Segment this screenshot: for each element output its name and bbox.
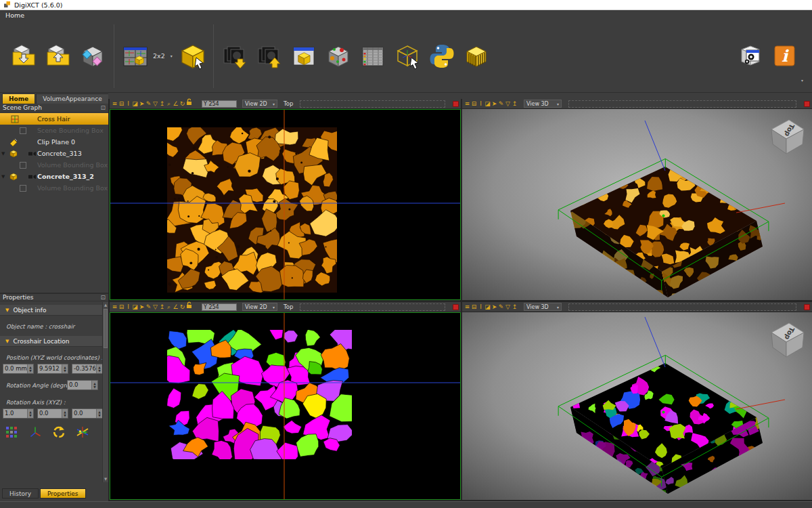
pencil-icon[interactable]: ✎ — [498, 99, 504, 109]
checkbox-icon[interactable] — [19, 161, 27, 171]
spinbox[interactable]: 9.5912 m▲▼ — [37, 364, 68, 374]
pencil-icon[interactable]: ✎ — [145, 302, 152, 312]
split-icon[interactable]: ⊟ — [471, 302, 477, 312]
export-icon[interactable]: ↥ — [512, 302, 518, 312]
spin-buttons[interactable]: ▲▼ — [96, 364, 102, 373]
filter-icon[interactable]: ▽ — [152, 99, 158, 109]
properties-scrollbar[interactable]: ▲ ▼ — [102, 302, 108, 482]
cursor-icon[interactable]: I — [478, 302, 484, 312]
slice-index-input[interactable] — [202, 303, 237, 311]
pointer-icon[interactable]: ➤ — [139, 302, 145, 312]
volume-appearance-icon[interactable] — [78, 41, 108, 72]
tree-item-volume-bounding-box[interactable]: Volume Bounding Box — [0, 182, 108, 194]
measure-icon[interactable]: ∠ — [173, 302, 179, 312]
panel-options-icon[interactable]: ⊡ — [100, 294, 106, 301]
tree-item-volume-bounding-box[interactable]: Volume Bounding Box — [0, 159, 108, 171]
slice-index-input[interactable] — [202, 100, 237, 108]
spinbox[interactable]: -0.3576 m▲▼ — [72, 364, 103, 374]
export-icon[interactable]: ↥ — [159, 302, 165, 312]
spinbox[interactable]: 0.0▲▼ — [37, 408, 68, 419]
axis-tripod-icon[interactable] — [28, 425, 43, 439]
reset-rotation-icon[interactable] — [51, 425, 66, 439]
pick-volume-icon[interactable] — [392, 41, 422, 72]
rotate-icon[interactable]: ↻ — [179, 302, 185, 312]
tab-volumeappearance[interactable]: VolumeAppearance — [36, 93, 109, 104]
align-axes-icon[interactable] — [75, 425, 90, 439]
tree-item-scene-bounding-box[interactable]: Scene Bounding Box — [0, 125, 108, 136]
view-mode-select[interactable]: View 3D▾ — [524, 100, 562, 108]
annotate-icon[interactable]: ◪ — [484, 99, 491, 109]
snapshot-settings-icon[interactable] — [735, 41, 765, 72]
zoom-icon[interactable]: ⌕ — [166, 99, 172, 109]
viewport-bottom-left[interactable] — [110, 312, 461, 500]
export-icon[interactable]: ↥ — [512, 99, 518, 109]
split-icon[interactable]: ⊟ — [471, 99, 477, 109]
spin-buttons[interactable]: ▲▼ — [62, 364, 68, 373]
pencil-icon[interactable]: ✎ — [498, 302, 504, 312]
filter-icon[interactable]: ▽ — [505, 99, 511, 109]
spinbox[interactable]: 0.0 mm▲▼ — [3, 364, 34, 374]
view-mode-select[interactable]: View 2D▾ — [242, 303, 277, 311]
panel-options-icon[interactable]: ⊡ — [100, 104, 106, 111]
split-icon[interactable]: ⊟ — [118, 302, 125, 312]
spin-down-icon[interactable]: ▼ — [98, 369, 100, 373]
view-mode-select[interactable]: View 2D▾ — [242, 100, 277, 108]
spin-buttons[interactable]: ▲▼ — [91, 381, 97, 389]
menu-icon[interactable]: ≡ — [112, 99, 118, 109]
menu-icon[interactable]: ≡ — [112, 302, 118, 312]
tab-properties[interactable]: Properties — [40, 488, 85, 499]
cursor-icon[interactable]: I — [478, 99, 484, 109]
volume-stack-icon[interactable] — [461, 41, 491, 72]
annotation-field[interactable] — [568, 303, 796, 311]
import-volume-icon[interactable] — [9, 41, 39, 72]
scrollbar-thumb[interactable] — [104, 309, 108, 348]
cursor-icon[interactable]: I — [125, 99, 131, 109]
annotate-icon[interactable]: ◪ — [132, 99, 138, 109]
measure-icon[interactable]: ∠ — [173, 99, 179, 109]
menu-icon[interactable]: ≡ — [464, 302, 470, 312]
export-volume-icon[interactable] — [43, 41, 73, 72]
data-table-icon[interactable] — [358, 41, 388, 72]
tree-item-concrete-313-2[interactable]: ▼Concrete_313_2 — [0, 171, 108, 182]
zoom-icon[interactable]: ⌕ — [166, 302, 172, 312]
spinbox[interactable]: 0.0▲▼ — [67, 380, 98, 390]
filter-icon[interactable]: ▽ — [152, 302, 158, 312]
record-button[interactable] — [453, 304, 459, 310]
annotation-field[interactable] — [300, 100, 445, 108]
checkbox-icon[interactable] — [19, 184, 27, 194]
tree-item-clip-plane-0[interactable]: Clip Plane 0 — [0, 136, 108, 148]
tab-home[interactable]: Home — [2, 93, 35, 104]
spin-buttons[interactable]: ▲▼ — [96, 409, 102, 418]
viewport-top-left[interactable] — [110, 109, 461, 300]
spinbox[interactable]: 0.0▲▼ — [72, 408, 103, 419]
record-button[interactable] — [453, 101, 459, 107]
crosshair-grid-icon[interactable] — [4, 425, 19, 439]
section-crosshair-location[interactable]: ▼ Crosshair Location — [0, 336, 102, 347]
spin-down-icon[interactable]: ▼ — [29, 414, 31, 417]
menu-home[interactable]: Home — [5, 12, 24, 19]
pencil-icon[interactable]: ✎ — [145, 99, 152, 109]
cursor-icon[interactable]: I — [125, 302, 131, 312]
pointer-icon[interactable]: ➤ — [491, 99, 497, 109]
record-button[interactable] — [804, 101, 810, 107]
scroll-down-icon[interactable]: ▼ — [103, 476, 108, 482]
tree-item-concrete-313[interactable]: ▼Concrete_313 — [0, 148, 108, 159]
info-icon[interactable]: i — [769, 41, 799, 72]
spin-down-icon[interactable]: ▼ — [29, 369, 31, 373]
annotate-icon[interactable]: ◪ — [484, 302, 491, 312]
spin-down-icon[interactable]: ▼ — [64, 414, 66, 417]
visibility-camera-icon[interactable] — [28, 150, 37, 158]
viewport-bottom-right[interactable]: Top — [462, 312, 812, 500]
python-scripting-icon[interactable] — [427, 41, 457, 72]
pointer-icon[interactable]: ➤ — [491, 302, 497, 312]
spin-down-icon[interactable]: ▼ — [64, 369, 66, 373]
export-image-stack-icon[interactable] — [254, 41, 284, 72]
lock-icon[interactable] — [186, 301, 192, 312]
segmentation-cube-icon[interactable] — [323, 41, 353, 72]
spin-buttons[interactable]: ▲▼ — [62, 409, 68, 418]
import-image-stack-icon[interactable] — [220, 41, 250, 72]
tab-history[interactable]: History — [2, 488, 39, 499]
single-view-cube-icon[interactable] — [177, 41, 207, 72]
expander-icon[interactable]: ▼ — [1, 174, 5, 179]
annotate-icon[interactable]: ◪ — [132, 302, 138, 312]
